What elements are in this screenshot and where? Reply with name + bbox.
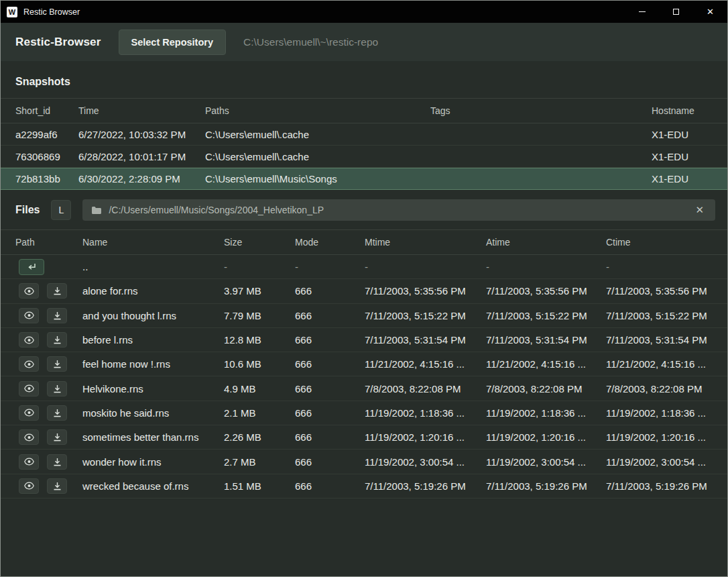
select-repository-button[interactable]: Select Repository: [119, 30, 227, 55]
snapshot-time: 6/28/2022, 10:01:17 PM: [78, 151, 205, 162]
files-table-header: Path Name Size Mode Mtime Atime Ctime: [1, 229, 727, 255]
snapshot-hostname: X1-EDU: [652, 173, 727, 185]
eye-icon: [24, 384, 34, 392]
snapshot-time: 6/27/2022, 10:03:32 PM: [78, 129, 205, 140]
file-mode: 666: [295, 431, 365, 443]
preview-button[interactable]: [19, 283, 39, 299]
app-title: Restic-Browser: [15, 36, 101, 49]
file-mtime: 7/11/2003, 5:19:26 PM: [365, 480, 486, 492]
download-icon: [53, 433, 62, 441]
download-button[interactable]: [47, 429, 67, 445]
snapshot-hostname: X1-EDU: [652, 151, 727, 162]
file-ctime: 11/19/2002, 3:00:54 ...: [606, 456, 727, 468]
file-row[interactable]: alone for.rns 3.97 MB 666 7/11/2003, 5:3…: [1, 279, 727, 303]
file-size: 4.9 MB: [224, 383, 295, 395]
preview-button[interactable]: [19, 308, 39, 323]
eye-icon: [24, 433, 34, 441]
download-button[interactable]: [47, 454, 67, 470]
download-icon: [53, 409, 62, 417]
app-header: Restic-Browser Select Repository C:\User…: [1, 23, 727, 61]
file-name: wonder how it.rns: [82, 456, 224, 468]
eye-icon: [24, 458, 34, 466]
download-icon: [53, 335, 62, 344]
file-path-input[interactable]: /C:/Users/emuell/Music/Songs/2004_Helvet…: [82, 199, 715, 221]
download-icon: [53, 286, 62, 295]
snapshot-row[interactable]: 72b813bb 6/30/2022, 2:28:09 PM C:\Users\…: [1, 168, 727, 190]
empty-area: [1, 499, 727, 576]
file-mode: 666: [295, 358, 365, 370]
snapshot-short-id: a2299af6: [1, 129, 78, 140]
file-ctime: 7/11/2003, 5:35:56 PM: [606, 285, 727, 297]
file-row[interactable]: before l.rns 12.8 MB 666 7/11/2003, 5:31…: [1, 328, 727, 352]
file-row[interactable]: wonder how it.rns 2.7 MB 666 11/19/2002,…: [1, 450, 727, 474]
snapshots-title: Snapshots: [1, 61, 727, 98]
file-size: 7.79 MB: [224, 310, 295, 321]
download-button[interactable]: [47, 478, 67, 494]
file-row[interactable]: and you thought l.rns 7.79 MB 666 7/11/2…: [1, 304, 727, 328]
parent-row-actions: [1, 259, 82, 275]
snapshot-paths: C:\Users\emuell\.cache: [205, 151, 430, 162]
file-atime: 11/19/2002, 1:18:36 ...: [486, 407, 606, 419]
file-mtime: 11/19/2002, 3:00:54 ...: [365, 456, 486, 468]
files-toolbar: Files L /C:/Users/emuell/Music/Songs/200…: [1, 190, 727, 229]
column-header-time: Time: [78, 105, 205, 116]
download-button[interactable]: [47, 356, 67, 372]
preview-button[interactable]: [19, 478, 39, 494]
snapshot-time: 6/30/2022, 2:28:09 PM: [78, 173, 205, 185]
preview-button[interactable]: [19, 381, 39, 397]
download-button[interactable]: [47, 405, 67, 421]
column-header-paths: Paths: [205, 105, 430, 116]
file-mtime: -: [365, 261, 486, 272]
snapshot-hostname: X1-EDU: [652, 129, 727, 140]
file-row-actions: [1, 478, 82, 494]
minimize-button[interactable]: [625, 1, 659, 23]
file-atime: 7/11/2003, 5:19:26 PM: [486, 480, 606, 492]
go-up-button[interactable]: [19, 259, 44, 275]
download-icon: [53, 482, 62, 490]
file-row[interactable]: wrecked because of.rns 1.51 MB 666 7/11/…: [1, 474, 727, 499]
tree-toggle-button[interactable]: L: [51, 200, 71, 220]
file-ctime: 11/19/2002, 1:18:36 ...: [606, 407, 727, 419]
preview-button[interactable]: [19, 429, 39, 445]
close-button[interactable]: ✕: [693, 1, 727, 23]
column-header-name: Name: [82, 237, 224, 248]
clear-path-button[interactable]: ✕: [692, 203, 707, 217]
file-mtime: 7/8/2003, 8:22:08 PM: [365, 383, 486, 395]
snapshot-row[interactable]: 76306869 6/28/2022, 10:01:17 PM C:\Users…: [1, 146, 727, 168]
file-name: wrecked because of.rns: [82, 480, 224, 492]
preview-button[interactable]: [19, 356, 39, 372]
file-row-actions: [1, 454, 82, 470]
snapshot-row[interactable]: a2299af6 6/27/2022, 10:03:32 PM C:\Users…: [1, 123, 727, 146]
column-header-short-id: Short_id: [1, 105, 78, 116]
snapshot-short-id: 72b813bb: [1, 173, 78, 185]
download-button[interactable]: [47, 308, 67, 323]
column-header-tags: Tags: [430, 105, 652, 116]
file-row[interactable]: Helvikone.rns 4.9 MB 666 7/8/2003, 8:22:…: [1, 376, 727, 401]
file-mode: -: [295, 261, 365, 272]
preview-button[interactable]: [19, 454, 39, 470]
column-header-mtime: Mtime: [365, 237, 486, 248]
file-name: alone for.rns: [82, 285, 224, 297]
file-name: and you thought l.rns: [82, 310, 224, 321]
maximize-button[interactable]: [659, 1, 693, 23]
download-button[interactable]: [47, 381, 67, 397]
download-button[interactable]: [47, 283, 67, 299]
file-mtime: 7/11/2003, 5:15:22 PM: [365, 310, 486, 321]
file-name: Helvikone.rns: [82, 383, 224, 395]
app-logo-icon: W: [7, 7, 17, 17]
file-size: 12.8 MB: [224, 334, 295, 346]
parent-directory-row[interactable]: .. - - - - -: [1, 255, 727, 279]
file-row[interactable]: moskito he said.rns 2.1 MB 666 11/19/200…: [1, 401, 727, 425]
file-atime: 11/19/2002, 3:00:54 ...: [486, 456, 606, 468]
files-title: Files: [15, 204, 40, 216]
download-button[interactable]: [47, 332, 67, 348]
preview-button[interactable]: [19, 332, 39, 348]
file-row[interactable]: feel home now !.rns 10.6 MB 666 11/21/20…: [1, 352, 727, 376]
folder-icon: [91, 206, 102, 215]
file-row[interactable]: sometimes better than.rns 2.26 MB 666 11…: [1, 425, 727, 450]
repository-path: C:\Users\emuell\~\restic-repo: [243, 36, 378, 48]
column-header-hostname: Hostname: [652, 105, 727, 116]
file-size: 2.7 MB: [224, 456, 295, 468]
files-table-body: alone for.rns 3.97 MB 666 7/11/2003, 5:3…: [1, 279, 727, 499]
preview-button[interactable]: [19, 405, 39, 421]
